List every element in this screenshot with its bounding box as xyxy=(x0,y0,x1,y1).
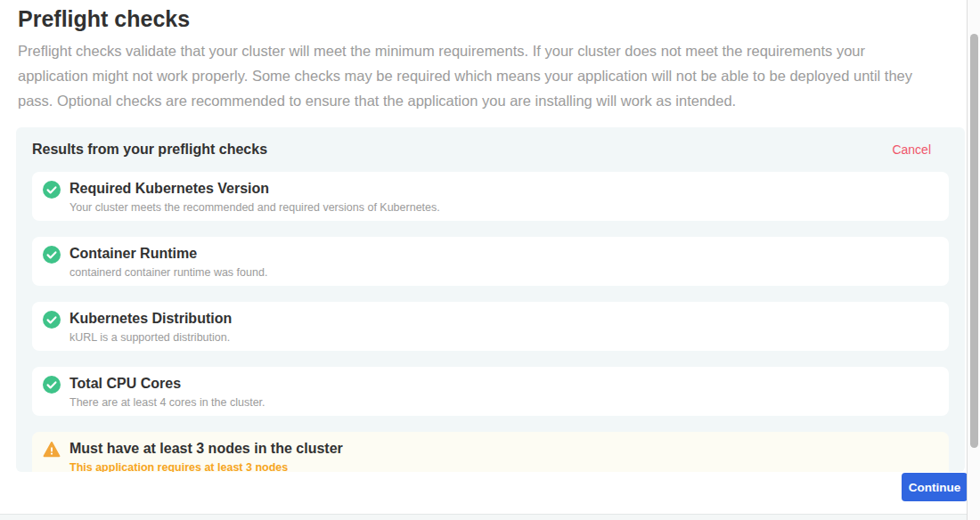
check-circle-icon xyxy=(43,246,61,264)
check-card-total-cpu-cores: Total CPU Cores There are at least 4 cor… xyxy=(32,367,949,416)
panel-title: Results from your preflight checks xyxy=(32,142,267,158)
main-content: Preflight checks Preflight checks valida… xyxy=(0,0,967,520)
panel-header: Results from your preflight checks Cance… xyxy=(32,141,949,158)
check-description: containerd container runtime was found. xyxy=(69,266,949,279)
check-card-node-count-warning: Must have at least 3 nodes in the cluste… xyxy=(32,432,949,472)
check-description: kURL is a supported distribution. xyxy=(69,331,949,344)
bottom-divider xyxy=(0,514,967,520)
check-card-container-runtime: Container Runtime containerd container r… xyxy=(32,237,949,286)
check-card-kubernetes-version: Required Kubernetes Version Your cluster… xyxy=(32,172,949,221)
warning-triangle-icon xyxy=(43,441,61,459)
check-card-kubernetes-distribution: Kubernetes Distribution kURL is a suppor… xyxy=(32,302,949,351)
check-description: Your cluster meets the recommended and r… xyxy=(69,201,949,214)
page-description: Preflight checks validate that your clus… xyxy=(18,38,935,113)
preflight-results-panel: Results from your preflight checks Cance… xyxy=(16,127,965,472)
check-title: Kubernetes Distribution xyxy=(69,310,949,327)
cancel-link[interactable]: Cancel xyxy=(892,142,931,157)
check-title: Must have at least 3 nodes in the cluste… xyxy=(69,440,949,457)
check-description: This application requires at least 3 nod… xyxy=(69,461,949,472)
scrollbar-thumb[interactable] xyxy=(970,34,978,448)
check-circle-icon xyxy=(43,311,61,329)
page-title: Preflight checks xyxy=(18,6,967,32)
check-title: Container Runtime xyxy=(69,245,949,262)
vertical-scrollbar[interactable] xyxy=(967,0,980,520)
check-description: There are at least 4 cores in the cluste… xyxy=(69,396,949,409)
check-title: Total CPU Cores xyxy=(69,375,949,392)
check-circle-icon xyxy=(43,181,61,199)
check-circle-icon xyxy=(43,376,61,394)
check-title: Required Kubernetes Version xyxy=(69,180,949,197)
continue-button[interactable]: Continue xyxy=(902,473,968,501)
